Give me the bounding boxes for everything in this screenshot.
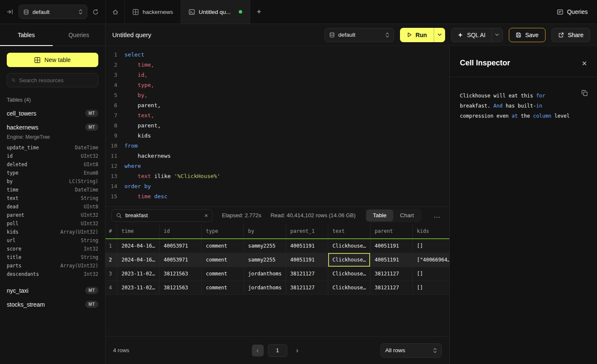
table-cell[interactable]: 38121127 [370,267,413,280]
table-cell[interactable]: 40053971 [159,253,202,267]
column-row[interactable]: pollUInt32 [0,219,105,228]
column-row[interactable]: deletedUInt8 [0,160,105,169]
column-row[interactable]: typeEnum8 [0,169,105,177]
table-cell[interactable]: 38121127 [286,281,328,294]
table-cell[interactable]: Clickhouse… [328,267,370,280]
table-cell[interactable]: 38121563 [159,281,202,294]
collapse-sidebar-button[interactable] [7,9,14,15]
sidebar-tab-queries[interactable]: Queries [53,24,105,46]
sidebar-tab-tables[interactable]: Tables [0,24,53,46]
table-cell[interactable]: 2024-04-16… [117,239,159,253]
column-header[interactable]: time [117,224,159,238]
sidebar-table-item[interactable]: hackernewsMT [0,120,105,134]
table-cell[interactable]: 40053971 [159,239,202,253]
table-cell[interactable]: comment [202,239,244,253]
sql-editor[interactable]: 1select2 time,3 id,4 type,5 by,6 parent,… [105,46,449,206]
column-row[interactable]: textString [0,194,105,202]
column-header[interactable]: parent_1 [286,224,328,238]
column-row[interactable]: idUInt32 [0,152,105,160]
code-line[interactable]: 9 kids [110,130,449,140]
results-more-button[interactable]: … [431,211,443,220]
column-row[interactable]: byLC(String) [0,177,105,186]
table-cell[interactable]: [] [413,267,449,280]
table-row[interactable]: 42023-11-02…38121563commentjordanthoms38… [105,281,449,295]
table-cell[interactable]: jordanthoms [244,281,286,294]
column-header[interactable]: id [159,224,202,238]
tab-hackernews[interactable]: hackernews [125,0,181,24]
table-cell[interactable]: Clickhouse… [328,281,370,294]
code-line[interactable]: 7 text, [110,110,449,120]
column-row[interactable]: titleString [0,253,105,262]
table-cell[interactable]: comment [202,267,244,280]
sidebar-table-item[interactable]: cell_towersMT [0,106,105,120]
column-row[interactable]: urlString [0,236,105,245]
code-line[interactable]: 4 type, [110,80,449,90]
topbar-database-selector[interactable]: default [19,5,87,19]
new-tab-button[interactable]: + [250,0,268,24]
column-row[interactable]: descendantsInt32 [0,270,105,278]
code-line[interactable]: 6 parent, [110,100,449,110]
column-row[interactable]: deadUInt8 [0,202,105,211]
code-line[interactable]: 10from [110,140,449,151]
run-button[interactable]: Run [400,28,434,42]
table-cell[interactable]: 38121563 [159,267,202,280]
tab-home[interactable] [105,0,125,24]
query-database-selector[interactable]: default [324,28,394,42]
table-cell[interactable]: sammy2255 [244,253,286,267]
column-header[interactable]: text [328,224,370,238]
table-cell[interactable]: 40051191 [370,239,413,253]
code-line[interactable]: 1select [110,49,449,59]
save-button[interactable]: Save [509,28,546,42]
table-cell[interactable]: 40051191 [286,253,328,267]
queries-button[interactable]: Queries [557,8,588,15]
code-line[interactable]: 8 parent, [110,120,449,130]
table-row[interactable]: 22024-04-16…40053971commentsammy22554005… [105,253,449,267]
table-cell[interactable]: 38121127 [286,267,328,280]
tab-untitled-query[interactable]: Untitled qu... [181,0,250,24]
column-header[interactable]: type [202,224,244,238]
table-cell[interactable]: 38121127 [370,281,413,294]
sql-ai-button[interactable]: SQL AI [451,28,492,42]
table-cell[interactable]: jordanthoms [244,267,286,280]
column-header[interactable]: # [105,224,117,238]
code-line[interactable]: 12where [110,161,449,171]
table-cell[interactable]: 2023-11-02… [117,281,159,294]
view-toggle-chart[interactable]: Chart [393,210,421,221]
new-table-button[interactable]: New table [7,53,98,67]
column-header[interactable]: by [244,224,286,238]
column-row[interactable]: partsArray(UInt32) [0,262,105,270]
code-line[interactable]: 2 time, [110,59,449,70]
code-line[interactable]: 5 by, [110,90,449,100]
prev-page-button[interactable]: ‹ [252,345,264,356]
results-search-input[interactable] [125,212,201,218]
search-resources-input[interactable] [19,77,94,84]
page-number-input[interactable] [268,344,287,357]
next-page-button[interactable]: › [292,345,303,356]
results-search[interactable]: × [111,209,213,222]
column-row[interactable]: kidsArray(UInt32) [0,228,105,236]
table-cell[interactable]: comment [202,281,244,294]
rows-per-page-selector[interactable]: All rows [381,343,442,358]
share-button[interactable]: Share [551,28,590,42]
table-cell[interactable]: 40051191 [370,253,413,267]
table-cell[interactable]: 2024-04-16… [117,253,159,267]
sidebar-search[interactable] [7,73,98,87]
table-cell[interactable]: ["40066964… [413,253,449,267]
column-row[interactable]: parentUInt32 [0,211,105,219]
code-line[interactable]: 13 text ilike '%ClickHouse%' [110,171,449,181]
column-row[interactable]: timeDateTime [0,186,105,194]
code-line[interactable]: 15 time desc [110,191,449,201]
sidebar-table-item[interactable]: stocks_streamMT [0,297,105,311]
table-cell[interactable]: 40051191 [286,239,328,253]
column-header[interactable]: parent [370,224,413,238]
column-row[interactable]: scoreInt32 [0,245,105,253]
view-toggle-table[interactable]: Table [366,210,393,221]
table-cell[interactable]: [] [413,239,449,253]
copy-cell-button[interactable] [581,90,588,97]
table-row[interactable]: 12024-04-16…40053971commentsammy22554005… [105,239,449,253]
table-cell[interactable]: comment [202,253,244,267]
table-cell[interactable]: Clickhouse… [328,253,370,267]
column-header[interactable]: kids [413,224,449,238]
code-line[interactable]: 11 hackernews [110,151,449,161]
table-cell[interactable]: 2023-11-02… [117,267,159,280]
